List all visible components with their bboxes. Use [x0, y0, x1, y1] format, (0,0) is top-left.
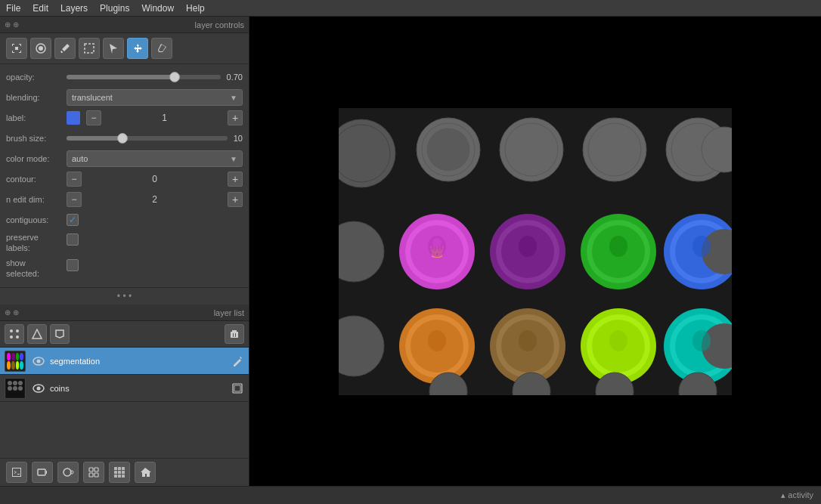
menu-window[interactable]: Window	[135, 2, 180, 15]
svg-rect-34	[122, 475, 125, 478]
opacity-slider[interactable]	[67, 75, 221, 79]
layer-list-header-dots: ⊕ ⊕	[5, 308, 19, 317]
tool-brush[interactable]	[54, 38, 76, 59]
svg-point-88	[609, 330, 627, 351]
color-mode-label: color mode:	[6, 154, 67, 163]
svg-point-5	[10, 335, 13, 339]
status-bar: ▴ activity	[0, 486, 821, 504]
brush-size-slider[interactable]	[67, 136, 228, 141]
layer-list-label: layer list	[214, 308, 244, 317]
layer-coins-eye[interactable]	[30, 380, 47, 397]
preserve-labels-checkbox[interactable]	[67, 233, 79, 246]
svg-point-4	[16, 329, 19, 332]
svg-rect-28	[122, 467, 125, 470]
svg-rect-24	[89, 473, 93, 477]
svg-point-84	[609, 236, 627, 257]
add-shapes-btn[interactable]	[27, 324, 47, 344]
contiguous-row: contiguous:	[6, 212, 243, 228]
show-selected-checkbox[interactable]	[67, 259, 79, 271]
blending-dropdown-arrow: ▼	[230, 94, 237, 102]
label-minus-btn[interactable]: −	[86, 110, 101, 125]
left-panel: ⊕ ⊕ layer controls	[0, 17, 249, 486]
delete-layer-btn[interactable]	[225, 324, 244, 344]
svg-rect-30	[118, 471, 121, 474]
svg-point-83	[519, 236, 537, 257]
menu-help[interactable]: Help	[180, 2, 211, 15]
tool-select[interactable]	[79, 38, 100, 59]
blending-label: blending:	[6, 93, 67, 102]
svg-rect-2	[85, 44, 94, 53]
color-mode-dropdown[interactable]: auto ▼	[67, 150, 243, 167]
svg-rect-31	[122, 471, 125, 474]
blending-dropdown[interactable]: translucent ▼	[67, 89, 243, 106]
svg-point-15	[18, 386, 23, 391]
svg-point-85	[692, 236, 711, 257]
color-mode-row: color mode: auto ▼	[6, 150, 243, 167]
layer-segmentation[interactable]: segmentation	[0, 348, 249, 375]
n-edit-dim-minus-btn[interactable]: −	[67, 192, 82, 207]
svg-rect-22	[89, 468, 93, 472]
rect-btn[interactable]	[32, 462, 53, 483]
menu-file[interactable]: File	[0, 2, 26, 15]
layer-controls-label: layer controls	[195, 20, 244, 29]
label-plus-btn[interactable]: +	[228, 110, 243, 125]
svg-point-40	[427, 128, 469, 171]
layer-segmentation-name: segmentation	[50, 357, 231, 366]
n-edit-dim-value: 2	[85, 194, 225, 205]
blending-row: blending: translucent ▼	[6, 89, 243, 106]
tool-transform[interactable]	[6, 38, 27, 59]
menu-layers[interactable]: Layers	[54, 2, 94, 15]
n-edit-dim-plus-btn[interactable]: +	[228, 192, 243, 207]
svg-point-41	[500, 118, 563, 181]
contour-label: contour:	[6, 175, 67, 184]
layer-coins[interactable]: coins	[0, 375, 249, 402]
svg-point-1	[39, 46, 43, 51]
svg-point-6	[16, 335, 19, 339]
svg-rect-29	[114, 471, 117, 474]
header-dots-left: ⊕ ⊕	[5, 20, 19, 29]
split-btn[interactable]	[83, 462, 104, 483]
svg-point-17	[37, 386, 41, 390]
contour-value: 0	[85, 174, 225, 184]
contour-plus-btn[interactable]: +	[228, 172, 243, 187]
layer-segmentation-icon	[231, 354, 244, 368]
preserve-labels-row: preservelabels:	[6, 232, 243, 254]
svg-point-89	[692, 330, 711, 351]
main-canvas[interactable]: 👑	[339, 108, 732, 395]
contour-minus-btn[interactable]: −	[67, 172, 82, 187]
layer-coins-thumb	[5, 378, 26, 399]
menu-edit[interactable]: Edit	[26, 2, 54, 15]
layer-segmentation-eye[interactable]	[30, 353, 47, 369]
home-btn[interactable]	[135, 462, 156, 483]
svg-rect-33	[118, 475, 121, 478]
add-labels-btn[interactable]	[50, 324, 70, 344]
svg-point-86	[428, 330, 446, 351]
circle-btn[interactable]	[57, 462, 79, 483]
svg-point-10	[8, 381, 12, 385]
layer-list-toolbar	[0, 321, 249, 348]
canvas-area[interactable]: 👑	[249, 17, 821, 486]
label-value: 1	[104, 113, 225, 123]
svg-rect-26	[114, 467, 117, 470]
tools-toolbar	[0, 33, 249, 64]
contiguous-checkbox[interactable]	[67, 214, 79, 226]
contour-row: contour: − 0 +	[6, 171, 243, 187]
tool-erase[interactable]	[151, 38, 172, 59]
tool-fill[interactable]	[103, 38, 124, 59]
layer-controls-header: ⊕ ⊕ layer controls	[0, 17, 249, 33]
svg-point-82	[432, 238, 441, 247]
svg-rect-19	[38, 469, 45, 475]
panel-resize-handle[interactable]: • • •	[0, 288, 249, 305]
show-selected-row: showselected:	[6, 258, 243, 280]
layer-segmentation-thumb	[5, 351, 26, 372]
svg-point-12	[18, 381, 23, 385]
tool-paint[interactable]	[30, 38, 51, 59]
tool-move[interactable]	[127, 38, 148, 59]
svg-point-43	[583, 118, 646, 181]
grid3-btn[interactable]	[109, 462, 130, 483]
terminal-btn[interactable]	[6, 462, 27, 483]
n-edit-dim-row: n edit dim: − 2 +	[6, 191, 243, 208]
menu-plugins[interactable]: Plugins	[94, 2, 135, 15]
add-points-btn[interactable]	[5, 324, 24, 344]
label-color-swatch[interactable]	[67, 111, 80, 125]
